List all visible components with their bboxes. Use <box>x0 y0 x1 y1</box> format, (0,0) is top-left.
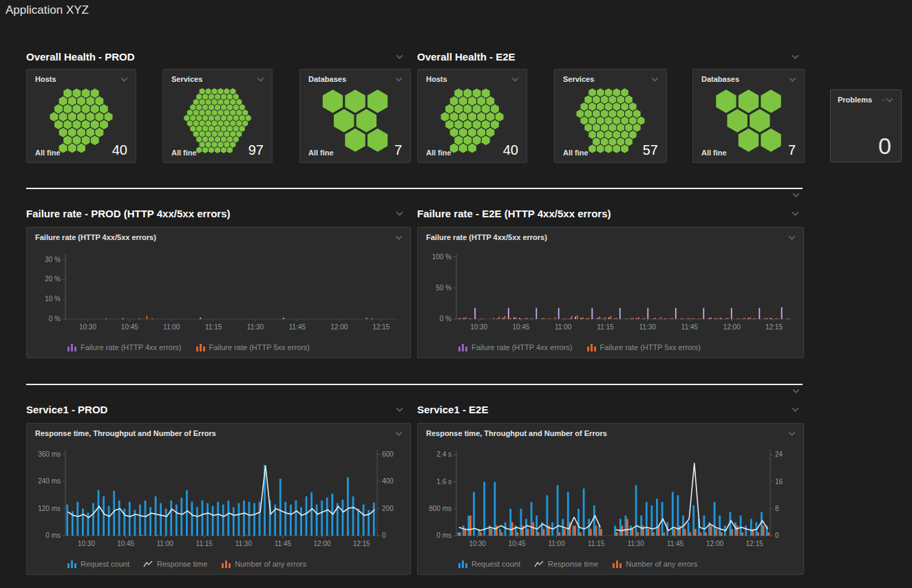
page-title: Application XYZ <box>6 3 89 17</box>
chevron-down-icon[interactable] <box>885 97 894 103</box>
health-tile-hosts-prod[interactable]: Hosts All fine 40 <box>26 69 136 163</box>
healthy-hexagon <box>224 109 229 116</box>
x-axis-label: 11:15 <box>196 540 213 547</box>
healthy-hexagon <box>82 89 90 98</box>
healthy-hexagon <box>200 88 205 94</box>
chevron-down-icon[interactable] <box>787 235 796 241</box>
chevron-down-icon[interactable] <box>792 388 800 394</box>
healthy-hexagon <box>209 94 214 100</box>
healthy-hexagon <box>629 131 637 139</box>
health-tile-services-e2e[interactable]: Services All fine 57 <box>554 69 667 163</box>
health-tile-services-prod[interactable]: Services All fine 97 <box>162 69 273 163</box>
healthy-hexagon <box>242 120 248 127</box>
chevron-down-icon[interactable] <box>787 431 796 437</box>
healthy-hexagon <box>625 124 633 132</box>
healthy-hexagon <box>206 99 211 105</box>
healthy-hexagon <box>187 109 193 116</box>
chevron-down-icon[interactable] <box>792 192 800 198</box>
healthy-hexagon <box>233 105 239 111</box>
healthy-hexagon <box>193 120 199 127</box>
healthy-hexagon <box>95 128 103 138</box>
healthy-hexagon <box>597 102 604 111</box>
healthy-hexagon <box>593 109 600 118</box>
x-axis-label: 11:45 <box>667 540 684 547</box>
service1-prod-tile[interactable]: Response time, Throughput and Number of … <box>26 423 411 575</box>
chevron-down-icon[interactable] <box>650 76 659 83</box>
y-axis-label: 8 <box>775 505 779 512</box>
chevron-down-icon[interactable] <box>395 406 404 413</box>
healthy-hexagon <box>230 120 235 127</box>
legend-label: Failure rate (HTTP 4xx errors) <box>471 343 573 351</box>
failure-rate-e2e-tile[interactable]: Failure rate (HTTP 4xx/5xx errors) 0 %50… <box>417 227 804 358</box>
x-axis-label: 12:15 <box>372 323 390 331</box>
legend-label: Request count <box>471 560 520 568</box>
healthy-hexagon <box>240 126 245 132</box>
legend-bars-icon <box>195 343 205 351</box>
healthy-hexagon <box>486 128 494 138</box>
chevron-down-icon[interactable] <box>791 406 800 413</box>
healthy-hexagon <box>91 105 99 114</box>
chevron-down-icon[interactable] <box>394 431 403 437</box>
failure-rate-e2e-chart[interactable]: 0 %50 %100 %10:3010:4511:0011:1511:3011:… <box>421 247 800 333</box>
chevron-down-icon[interactable] <box>395 54 404 60</box>
service1-e2e-chart[interactable]: 0 ms800 ms1.6 s2.4 s08162410:3010:4511:0… <box>421 443 800 549</box>
healthy-hexagon <box>91 89 99 98</box>
entity-count: 7 <box>394 143 402 157</box>
healthy-hexagon <box>473 120 481 129</box>
failure-rate-prod-tile[interactable]: Failure rate (HTTP 4xx/5xx errors) 0 %10… <box>26 227 411 358</box>
section-header-service-e2e: Service1 - E2E <box>417 402 800 416</box>
x-axis-label: 11:45 <box>289 323 306 331</box>
y-axis-label: 800 ms <box>429 505 452 512</box>
tile-title: Hosts <box>35 75 56 83</box>
chart-title: Failure rate (HTTP 4xx/5xx errors) <box>426 233 547 241</box>
healthy-hexagon <box>588 116 596 124</box>
healthy-hexagon <box>233 94 239 100</box>
health-tile-databases-prod[interactable]: Databases All fine 7 <box>299 69 411 163</box>
legend-label: Failure rate (HTTP 4xx errors) <box>81 343 182 351</box>
healthy-hexagon <box>477 128 485 138</box>
healthy-hexagon <box>221 105 226 111</box>
service1-prod-chart[interactable]: 0 ms120 ms240 ms360 ms020040060010:3010:… <box>30 443 407 549</box>
healthy-hexagon <box>215 94 220 100</box>
y-axis-label: 10 % <box>45 295 61 303</box>
failure-rate-prod-chart[interactable]: 0 %10 %20 %30 %10:3010:4511:0011:1511:30… <box>30 247 407 333</box>
x-axis-label: 11:00 <box>157 540 174 547</box>
chart-legend: Failure rate (HTTP 4xx errors)Failure ra… <box>458 343 795 351</box>
healthy-hexagon <box>187 120 193 127</box>
chevron-down-icon[interactable] <box>791 210 800 217</box>
chevron-down-icon[interactable] <box>120 76 129 83</box>
healthy-hexagon <box>605 131 613 139</box>
legend-bars-icon <box>67 343 76 351</box>
chevron-down-icon[interactable] <box>791 54 800 60</box>
chevron-down-icon[interactable] <box>511 76 520 83</box>
healthy-hexagon <box>491 105 499 114</box>
chevron-down-icon[interactable] <box>394 76 403 83</box>
problems-tile[interactable]: Problems 0 <box>830 89 902 162</box>
healthy-hexagon <box>91 120 99 129</box>
healthy-hexagon <box>450 96 458 106</box>
legend-item: Number of any errors <box>612 560 697 568</box>
healthy-hexagon <box>59 112 67 122</box>
healthy-hexagon <box>212 131 218 137</box>
status-label: All fine <box>701 149 727 157</box>
healthy-hexagon <box>202 94 208 100</box>
x-axis-label: 12:15 <box>765 323 783 331</box>
healthy-hexagon <box>200 99 205 105</box>
chevron-down-icon[interactable] <box>256 76 265 83</box>
health-tile-hosts-e2e[interactable]: Hosts All fine 40 <box>417 69 527 163</box>
chevron-down-icon[interactable] <box>788 76 797 83</box>
health-tile-databases-e2e[interactable]: Databases All fine 7 <box>692 69 805 163</box>
legend-line-icon <box>534 560 544 568</box>
y-axis-label: 0 <box>775 532 779 539</box>
healthy-hexagon <box>202 115 208 121</box>
service1-e2e-tile[interactable]: Response time, Throughput and Number of … <box>417 423 804 575</box>
chevron-down-icon[interactable] <box>395 210 404 217</box>
healthy-hexagon <box>193 109 199 116</box>
status-label: All fine <box>308 149 334 157</box>
legend-item: Request count <box>458 560 520 568</box>
healthy-hexagon <box>218 88 223 94</box>
section-title: Failure rate - E2E (HTTP 4xx/5xx errors) <box>417 208 611 219</box>
healthy-hexagon <box>584 109 592 118</box>
chevron-down-icon[interactable] <box>394 235 403 241</box>
healthy-hexagon <box>454 105 463 114</box>
